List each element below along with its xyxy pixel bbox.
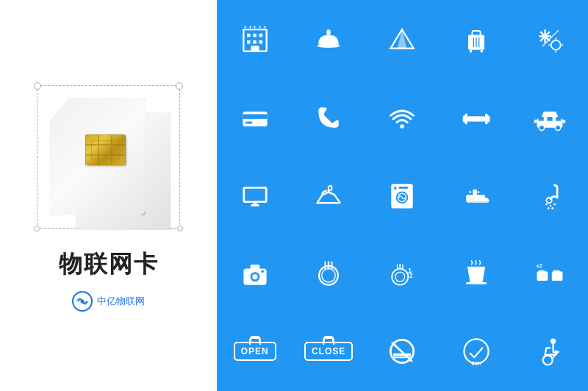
svg-rect-44: [548, 117, 553, 121]
svg-text:24h: 24h: [472, 360, 481, 367]
icon-iron[interactable]: [440, 158, 512, 234]
svg-text:2: 2: [410, 273, 414, 279]
icon-restaurant[interactable]: [293, 235, 364, 311]
icon-grid: ✦ ✦ ✦ ✦ ✦: [217, 0, 588, 391]
svg-rect-8: [259, 40, 262, 44]
svg-rect-91: [539, 270, 545, 274]
svg-rect-88: [466, 282, 487, 284]
icon-close-sign[interactable]: CLOSE: [293, 313, 364, 389]
svg-rect-9: [251, 46, 259, 51]
svg-rect-49: [563, 120, 566, 123]
svg-point-62: [473, 190, 476, 192]
sim-card-front: [50, 98, 146, 215]
svg-line-97: [392, 342, 413, 362]
svg-point-36: [401, 124, 405, 129]
svg-rect-34: [243, 115, 267, 119]
svg-point-101: [543, 355, 553, 365]
svg-rect-48: [534, 120, 537, 123]
icon-shower[interactable]: [514, 158, 586, 234]
svg-point-67: [553, 204, 556, 206]
svg-point-22: [480, 50, 483, 53]
svg-rect-5: [259, 34, 262, 37]
svg-point-66: [550, 204, 552, 207]
svg-rect-45: [556, 117, 562, 121]
svg-point-1: [81, 300, 85, 304]
svg-rect-51: [245, 189, 265, 201]
icon-no-smoking[interactable]: [367, 313, 438, 389]
svg-text:x2: x2: [537, 262, 542, 269]
logo-label: 中亿物联网: [97, 295, 145, 308]
close-badge: CLOSE: [304, 342, 353, 361]
svg-rect-6: [247, 40, 251, 44]
icon-wheelchair[interactable]: [514, 313, 586, 389]
svg-rect-4: [253, 34, 257, 37]
icon-washing-machine[interactable]: [367, 158, 438, 234]
svg-text:✦ ✦ ✦ ✦ ✦: ✦ ✦ ✦ ✦ ✦: [243, 25, 267, 30]
svg-point-46: [539, 125, 545, 130]
icon-climate[interactable]: [514, 2, 586, 78]
svg-rect-43: [539, 117, 544, 121]
svg-point-47: [556, 125, 561, 130]
svg-point-69: [552, 207, 554, 209]
svg-rect-7: [253, 40, 257, 44]
left-panel: 物联网卡 中亿物联网: [0, 0, 217, 391]
icon-coffee[interactable]: [440, 235, 512, 311]
svg-point-81: [395, 272, 405, 281]
icon-camera[interactable]: [219, 235, 290, 311]
svg-rect-41: [467, 116, 485, 121]
svg-rect-93: [553, 270, 560, 274]
svg-point-74: [261, 270, 264, 273]
icon-camping[interactable]: [367, 2, 438, 78]
svg-rect-3: [247, 34, 251, 37]
svg-point-65: [545, 204, 548, 206]
svg-marker-14: [398, 30, 407, 49]
open-badge: OPEN: [234, 342, 276, 361]
logo: 中亿物联网: [72, 291, 145, 312]
svg-point-27: [551, 40, 561, 50]
logo-icon: [72, 291, 93, 312]
svg-point-63: [477, 191, 479, 193]
icon-half-board[interactable]: 1 2: [367, 235, 438, 311]
icon-credit-card[interactable]: [219, 80, 290, 156]
svg-rect-38: [465, 114, 467, 125]
svg-rect-35: [245, 122, 252, 124]
icon-hanger[interactable]: [293, 158, 364, 234]
svg-point-57: [394, 187, 397, 190]
icon-phone[interactable]: [293, 80, 364, 156]
icon-hotel[interactable]: ✦ ✦ ✦ ✦ ✦: [219, 2, 290, 78]
svg-rect-71: [250, 265, 259, 270]
sim-card-image: [28, 79, 190, 241]
icon-wifi[interactable]: [367, 80, 438, 156]
icon-taxi[interactable]: [514, 80, 586, 156]
svg-point-21: [470, 50, 473, 53]
svg-rect-40: [485, 114, 488, 125]
svg-point-76: [322, 268, 335, 281]
icon-food-service[interactable]: [293, 2, 364, 78]
svg-point-61: [469, 191, 471, 193]
svg-point-80: [392, 268, 409, 284]
icon-gym[interactable]: [440, 80, 512, 156]
svg-rect-53: [253, 203, 257, 206]
icon-24hours[interactable]: 24h: [440, 313, 512, 389]
svg-point-68: [548, 207, 550, 209]
icon-twin-bed[interactable]: x2: [514, 235, 586, 311]
icon-luggage[interactable]: [440, 2, 512, 78]
svg-point-64: [547, 198, 552, 203]
sim-chip: [85, 134, 126, 165]
svg-rect-12: [326, 30, 331, 35]
page-title: 物联网卡: [59, 248, 159, 281]
svg-rect-58: [399, 187, 409, 189]
icon-open-sign[interactable]: OPEN: [219, 313, 290, 389]
icon-tv[interactable]: [219, 158, 290, 234]
svg-point-73: [252, 274, 257, 279]
